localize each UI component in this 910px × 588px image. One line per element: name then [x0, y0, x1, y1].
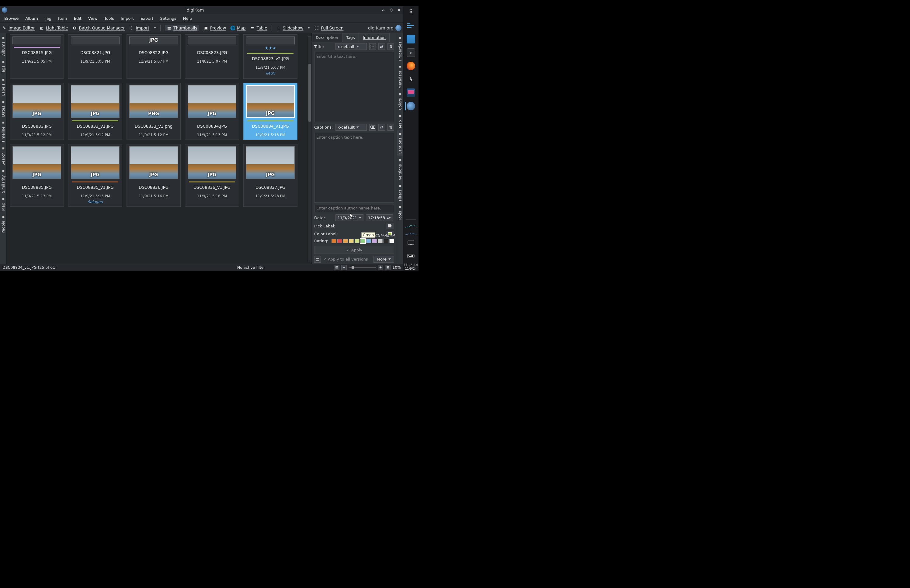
import-button[interactable]: ⇩Import	[129, 26, 149, 31]
thumbnail-card[interactable]: JPGDSC08822.JPG11/9/21 5:07 PM	[126, 34, 181, 79]
right-sidebar-tab-properties[interactable]: Properties▪	[397, 34, 403, 63]
tab-description[interactable]: Description	[312, 33, 342, 42]
thumbnail-card[interactable]: JPGDSC08834_v1.JPG11/9/21 5:13 PM	[243, 83, 297, 140]
thumbnails-view-button[interactable]: ▦Thumbnails	[165, 24, 199, 31]
dock-screenshot-icon[interactable]	[405, 237, 417, 249]
color-swatch[interactable]	[366, 239, 371, 243]
left-sidebar-tab-labels[interactable]: Labels▪	[0, 76, 6, 98]
thumbnail-card[interactable]: PNGDSC08833_v1.png11/9/21 5:12 PM	[126, 83, 181, 140]
color-swatch[interactable]	[337, 239, 342, 243]
menu-tools[interactable]: Tools	[101, 15, 117, 22]
right-sidebar-tab-tools[interactable]: Tools▪	[397, 204, 403, 222]
thumbnail-image[interactable]: JPG	[246, 85, 295, 118]
pick-label-selector[interactable]	[386, 223, 394, 229]
title-sort-button[interactable]: ⇅	[388, 43, 394, 50]
scroll-thumb[interactable]	[309, 64, 311, 122]
thumbnail-card[interactable]: DSC08815.JPG11/9/21 5:05 PM	[10, 34, 64, 79]
maximize-button[interactable]	[389, 8, 394, 13]
color-swatch[interactable]	[372, 239, 377, 243]
thumbnail-image[interactable]: JPG	[13, 85, 61, 118]
apply-all-checkbox[interactable]: ✓Apply to all versions	[323, 257, 368, 262]
zoom-out-button[interactable]: −	[341, 265, 347, 270]
dock-files[interactable]	[405, 33, 417, 45]
dock-accel[interactable]: à	[405, 73, 417, 86]
thumbnail-image[interactable]: JPG	[13, 146, 61, 179]
slideshow-dropdown[interactable]	[307, 27, 310, 29]
zoom-100-button[interactable]: ⊞	[385, 265, 391, 270]
left-sidebar-tab-people[interactable]: People▪	[0, 213, 6, 235]
left-sidebar-tab-map[interactable]: Map▪	[0, 195, 6, 213]
more-button[interactable]: More	[373, 256, 394, 263]
color-label-selector[interactable]	[386, 231, 394, 237]
caption-sort-button[interactable]: ⇅	[388, 124, 394, 131]
thumbnail-image[interactable]: JPG	[246, 146, 295, 179]
thumbnail-card[interactable]: JPGDSC08837.JPG11/9/21 5:23 PM	[243, 144, 297, 207]
caption-swap-button[interactable]: ⇄	[378, 124, 385, 131]
thumbnail-card[interactable]: DSC08823.JPG11/9/21 5:07 PM	[185, 34, 239, 79]
menu-help[interactable]: Help	[180, 15, 195, 22]
color-swatch[interactable]	[383, 239, 388, 243]
apply-button[interactable]: ✓Apply	[314, 246, 394, 254]
import-dropdown[interactable]	[154, 27, 156, 29]
zoom-slider-handle[interactable]	[352, 266, 354, 270]
menu-export[interactable]: Export	[137, 15, 157, 22]
menu-item[interactable]: Item	[55, 15, 70, 22]
right-sidebar-tab-versions[interactable]: Versions▪	[397, 157, 403, 182]
right-sidebar-tab-colors[interactable]: Colors▪	[397, 91, 403, 112]
thumbnail-image[interactable]	[246, 37, 295, 44]
color-swatch[interactable]	[360, 239, 365, 243]
menu-edit[interactable]: Edit	[71, 15, 84, 22]
time-input[interactable]: 17:13:53 ▲▼	[366, 214, 393, 221]
color-swatch[interactable]	[378, 239, 383, 243]
thumbnail-image[interactable]	[13, 37, 61, 44]
title-clear-button[interactable]: ⌫	[369, 43, 376, 50]
thumbnail-card[interactable]: JPGDSC08836_v1.JPG11/9/21 5:16 PM	[185, 144, 239, 207]
thumbnail-card[interactable]: JPGDSC08834.JPG11/9/21 5:13 PM	[185, 83, 239, 140]
batch-queue-button[interactable]: ⚙Batch Queue Manager	[72, 26, 125, 31]
fullscreen-button[interactable]: ⛶Full Screen	[314, 26, 343, 31]
left-sidebar-tab-timeline[interactable]: Timeline▪	[0, 119, 6, 144]
right-sidebar-tab-metadata[interactable]: Metadata▪	[397, 63, 403, 90]
caption-textarea[interactable]: Enter caption text here.	[314, 133, 394, 203]
brand-link[interactable]: digiKam.org	[368, 25, 401, 31]
color-swatch[interactable]	[343, 239, 348, 243]
right-sidebar-tab-captions[interactable]: Captions▪	[397, 131, 403, 156]
color-swatch[interactable]	[389, 239, 394, 243]
thumbnail-grid[interactable]: DSC08815.JPG11/9/21 5:05 PMDSC08821.JPG1…	[7, 33, 312, 264]
table-view-button[interactable]: ≡Table	[250, 26, 267, 31]
minimize-button[interactable]	[381, 8, 386, 13]
tab-tags[interactable]: Tags	[342, 33, 359, 42]
dock-terminal[interactable]: >	[405, 47, 417, 59]
thumbnail-card[interactable]: JPGDSC08833.JPG11/9/21 5:12 PM	[10, 83, 64, 140]
close-button[interactable]	[397, 8, 401, 13]
left-sidebar-tab-albums[interactable]: Albums▪	[0, 34, 6, 58]
zoom-in-button[interactable]: +	[378, 265, 383, 270]
thumbnail-card[interactable]: JPGDSC08835_v1.JPG11/9/21 5:13 PMSalagou	[68, 144, 122, 207]
color-swatch[interactable]	[331, 239, 336, 243]
thumbnail-image[interactable]	[71, 37, 120, 44]
activities-icon[interactable]: ⠿	[406, 8, 416, 15]
title-textarea[interactable]: Enter title text here.	[314, 52, 394, 122]
menu-album[interactable]: Album	[22, 15, 41, 22]
thumbnail-image[interactable]: JPG	[71, 146, 120, 179]
dock-recorder[interactable]	[405, 87, 417, 99]
thumb-scrollbar[interactable]	[308, 36, 312, 262]
dock-digikam[interactable]	[405, 100, 417, 112]
title-swap-button[interactable]: ⇄	[378, 43, 385, 50]
color-swatch[interactable]	[349, 239, 354, 243]
thumbnail-card[interactable]: DSC08821.JPG11/9/21 5:06 PM	[68, 34, 122, 79]
left-sidebar-tab-dates[interactable]: Dates▪	[0, 99, 6, 119]
zoom-fit-button[interactable]: ⊡	[334, 265, 339, 270]
left-sidebar-tab-search[interactable]: Search▪	[0, 145, 6, 167]
light-table-button[interactable]: ◐Light Table	[39, 26, 68, 31]
menu-browse[interactable]: Browse	[1, 15, 22, 22]
image-editor-button[interactable]: ✎Image Editor	[2, 26, 35, 31]
thumbnail-card[interactable]: JPGDSC08835.JPG11/9/21 5:13 PM	[10, 144, 64, 207]
menu-import[interactable]: Import	[118, 15, 137, 22]
left-sidebar-tab-tags[interactable]: Tags▪	[0, 58, 6, 76]
thumbnail-card[interactable]: ★★★DSC08823_v2.JPG11/9/21 5:07 PMlieux	[243, 34, 297, 79]
dock-levels-icon[interactable]	[405, 20, 417, 32]
left-sidebar-tab-similarity[interactable]: Similarity▪	[0, 168, 6, 195]
thumbnail-image[interactable]: JPG	[129, 37, 178, 44]
thumbnail-image[interactable]: JPG	[187, 85, 236, 118]
